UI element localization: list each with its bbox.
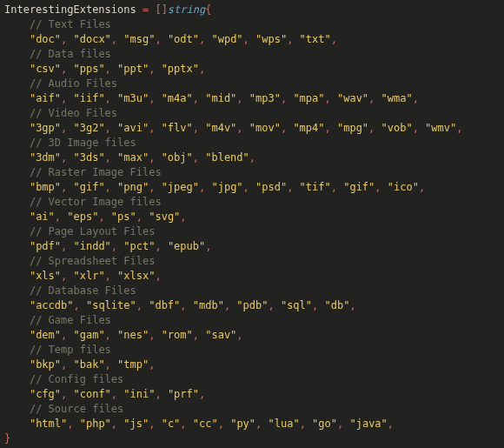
comma-op: , [199, 388, 205, 400]
comma-op: , [105, 358, 117, 371]
comma-op: , [287, 33, 299, 45]
string-literal: "conf" [73, 388, 110, 400]
string-literal: "ico" [388, 181, 419, 193]
code-comment: // Temp files [30, 344, 111, 356]
string-literal: "iif" [73, 92, 104, 104]
comma-op: , [236, 329, 242, 341]
string-literal: "3ds" [73, 151, 104, 164]
slice-brackets: [] [155, 3, 167, 16]
comma-op: , [199, 181, 211, 193]
comma-op: , [193, 92, 205, 104]
string-literal: "avi" [117, 122, 149, 134]
comma-op: , [136, 299, 149, 311]
string-literal: "bkp" [30, 358, 61, 371]
string-literal: "go" [312, 418, 337, 430]
comma-op: , [105, 63, 117, 75]
code-comment: // Raster Image Files [30, 166, 162, 178]
code-comment: // Audio Files [30, 77, 117, 90]
comma-op: , [61, 122, 73, 134]
string-literal: "wpd" [211, 33, 242, 45]
string-literal: "tif" [300, 181, 331, 193]
string-literal: "bak" [73, 358, 104, 371]
string-literal: "xlr" [73, 270, 104, 282]
comma-op: , [255, 418, 268, 430]
comma-op: , [149, 181, 161, 193]
comma-op: , [155, 33, 167, 45]
string-literal: "pps" [73, 63, 104, 75]
string-literal: "pdb" [236, 299, 268, 311]
type-keyword: string [168, 3, 205, 16]
comma-op: , [105, 181, 117, 193]
string-literal: "mpg" [337, 122, 368, 134]
string-literal: "ini" [123, 388, 155, 400]
string-literal: "3g2" [73, 122, 104, 134]
comma-op: , [61, 92, 73, 104]
code-comment: // Data files [30, 48, 111, 60]
string-literal: "svg" [149, 211, 180, 223]
comma-op: , [349, 299, 355, 311]
string-literal: "ai" [30, 211, 55, 223]
string-literal: "wav" [337, 92, 368, 104]
string-literal: "accdb" [30, 299, 74, 311]
comma-op: , [149, 92, 161, 104]
string-literal: "c" [162, 418, 181, 430]
code-comment: // Spreadsheet Files [30, 255, 156, 267]
string-literal: "mp4" [293, 122, 324, 134]
comma-op: , [456, 122, 462, 134]
comma-op: , [149, 63, 161, 75]
comma-op: , [388, 418, 394, 430]
comma-op: , [111, 240, 123, 252]
string-literal: "max" [117, 151, 149, 164]
comma-op: , [337, 418, 349, 430]
comma-op: , [105, 92, 117, 104]
comma-op: , [61, 270, 73, 282]
comma-op: , [105, 122, 117, 134]
code-comment: // Database Files [30, 284, 136, 297]
comma-op: , [180, 299, 192, 311]
string-literal: "mpa" [293, 92, 324, 104]
string-literal: "sav" [205, 329, 236, 341]
variable-name: InterestingExtensions [4, 3, 136, 16]
comma-op: , [218, 418, 230, 430]
string-literal: "cfg" [30, 388, 61, 400]
string-literal: "lua" [269, 418, 300, 430]
string-literal: "php" [80, 418, 111, 430]
comma-op: , [312, 299, 324, 311]
code-comment: // Text Files [30, 18, 111, 30]
comma-op: , [331, 33, 337, 45]
string-literal: "html" [30, 418, 67, 430]
string-literal: "3dm" [30, 151, 61, 164]
comma-op: , [419, 181, 425, 193]
code-comment: // Game Files [30, 314, 111, 326]
comma-op: , [281, 122, 293, 134]
comma-op: , [105, 329, 117, 341]
comma-op: , [111, 388, 123, 400]
string-literal: "dbf" [149, 299, 180, 311]
comma-op: , [111, 33, 123, 45]
string-literal: "prf" [168, 388, 199, 400]
comma-op: , [105, 270, 117, 282]
open-brace: { [205, 3, 211, 16]
code-comment: // Video Files [30, 107, 117, 119]
comma-op: , [149, 418, 161, 430]
comma-op: , [149, 151, 161, 164]
string-literal: "java" [349, 418, 387, 430]
comma-op: , [325, 122, 337, 134]
string-literal: "m4a" [162, 92, 193, 104]
comma-op: , [300, 418, 312, 430]
string-literal: "indd" [73, 240, 110, 252]
string-literal: "mdb" [193, 299, 224, 311]
comma-op: , [325, 92, 337, 104]
string-literal: "m3u" [117, 92, 149, 104]
comma-op: , [236, 92, 249, 104]
string-literal: "eps" [67, 211, 98, 223]
string-literal: "wps" [255, 33, 287, 45]
comma-op: , [287, 181, 299, 193]
comma-op: , [224, 299, 236, 311]
comma-op: , [105, 151, 117, 164]
comma-op: , [199, 63, 205, 75]
code-comment: // Vector Image files [30, 196, 162, 208]
comma-op: , [61, 358, 73, 371]
comma-op: , [243, 33, 255, 45]
string-literal: "cc" [193, 418, 218, 430]
